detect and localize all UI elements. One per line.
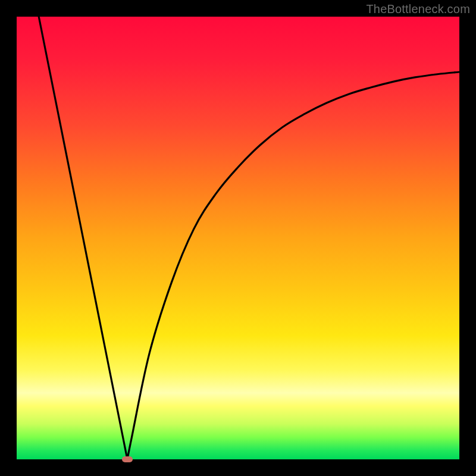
plot-area — [17, 17, 459, 459]
chart-frame: TheBottleneck.com — [0, 0, 476, 476]
bottleneck-curve — [17, 17, 459, 459]
watermark-text: TheBottleneck.com — [366, 2, 470, 16]
minimum-marker — [122, 456, 133, 462]
